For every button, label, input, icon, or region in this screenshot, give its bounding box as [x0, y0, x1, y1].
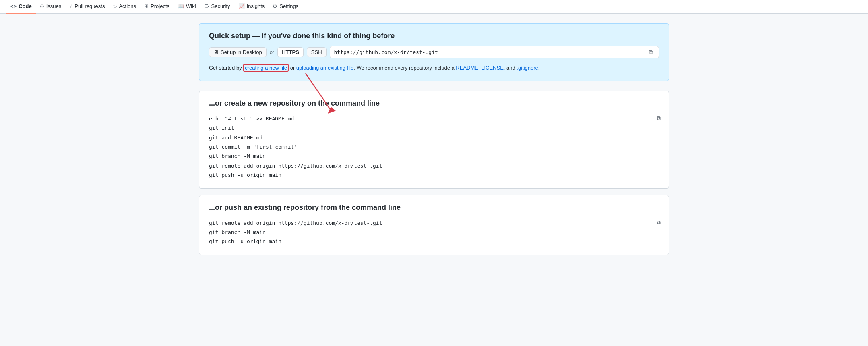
code-line: git push -u origin main — [209, 170, 659, 180]
security-icon: 🛡 — [204, 3, 209, 9]
nav-wiki[interactable]: 📖 Wiki — [174, 0, 200, 14]
creating-new-file-link[interactable]: creating a new file — [243, 64, 289, 72]
main-content: Quick setup — if you've done this kind o… — [192, 14, 676, 271]
projects-icon: ⊞ — [144, 3, 149, 9]
nav-pull-requests[interactable]: ⑂ Pull requests — [65, 0, 109, 14]
nav-actions[interactable]: ▷ Actions — [109, 0, 140, 14]
copy-code-button-1[interactable]: ⧉ — [654, 114, 663, 122]
gitignore-link[interactable]: .gitignore — [517, 65, 538, 71]
code-line: git commit -m "first commit" — [209, 142, 659, 151]
pr-icon: ⑂ — [69, 3, 72, 9]
nav-code[interactable]: <> Code — [6, 0, 36, 14]
repo-url: https://github.com/x-dr/test-.git — [334, 49, 647, 55]
push-section: ...or push an existing repository from t… — [199, 195, 669, 255]
code-block-wrapper-1: echo "# test-" >> README.mdgit initgit a… — [209, 114, 659, 180]
copy-url-button[interactable]: ⧉ — [647, 48, 655, 56]
quick-setup-title: Quick setup — if you've done this kind o… — [209, 32, 659, 40]
url-box: https://github.com/x-dr/test-.git ⧉ — [330, 46, 659, 58]
uploading-existing-file-link[interactable]: uploading an existing file — [296, 65, 353, 71]
code-line: git branch -M main — [209, 151, 659, 161]
push-code: git remote add origin https://github.com… — [209, 218, 659, 247]
nav-insights[interactable]: 📈 Insights — [234, 0, 269, 14]
quick-setup-box: Quick setup — if you've done this kind o… — [199, 23, 669, 81]
code-block-wrapper-2: git remote add origin https://github.com… — [209, 218, 659, 247]
command-line-title: ...or create a new repository on the com… — [209, 99, 659, 108]
command-line-section: ...or create a new repository on the com… — [199, 91, 669, 189]
readme-link[interactable]: README — [456, 65, 478, 71]
nav-issues[interactable]: ⊙ Issues — [36, 0, 66, 14]
issues-icon: ⊙ — [40, 3, 44, 9]
ssh-button[interactable]: SSH — [307, 47, 327, 57]
code-line: git branch -M main — [209, 228, 659, 237]
code-line: git remote add origin https://github.com… — [209, 218, 659, 228]
code-line: echo "# test-" >> README.md — [209, 114, 659, 123]
desktop-icon: 🖥 — [213, 49, 219, 55]
navbar: <> Code ⊙ Issues ⑂ Pull requests ▷ Actio… — [0, 0, 868, 14]
nav-security[interactable]: 🛡 Security — [200, 0, 234, 14]
insights-icon: 📈 — [238, 3, 245, 9]
setup-in-desktop-button[interactable]: 🖥 Set up in Desktop — [209, 47, 267, 57]
push-title: ...or push an existing repository from t… — [209, 203, 659, 212]
code-icon: <> — [10, 3, 17, 9]
nav-projects[interactable]: ⊞ Projects — [140, 0, 174, 14]
code-line: git remote add origin https://github.com… — [209, 161, 659, 170]
actions-icon: ▷ — [113, 3, 117, 9]
code-line: git push -u origin main — [209, 237, 659, 246]
setup-buttons-row: 🖥 Set up in Desktop or HTTPS SSH https:/… — [209, 46, 659, 58]
code-line: git init — [209, 123, 659, 133]
or-label: or — [270, 49, 275, 55]
get-started-text: Get started by creating a new file or up… — [209, 64, 659, 73]
nav-settings[interactable]: ⚙ Settings — [269, 0, 302, 14]
settings-icon: ⚙ — [273, 3, 277, 9]
wiki-icon: 📖 — [178, 3, 184, 9]
copy-code-button-2[interactable]: ⧉ — [654, 218, 663, 227]
https-button[interactable]: HTTPS — [277, 47, 304, 57]
license-link[interactable]: LICENSE — [481, 65, 504, 71]
command-line-code: echo "# test-" >> README.mdgit initgit a… — [209, 114, 659, 180]
code-line: git add README.md — [209, 133, 659, 142]
